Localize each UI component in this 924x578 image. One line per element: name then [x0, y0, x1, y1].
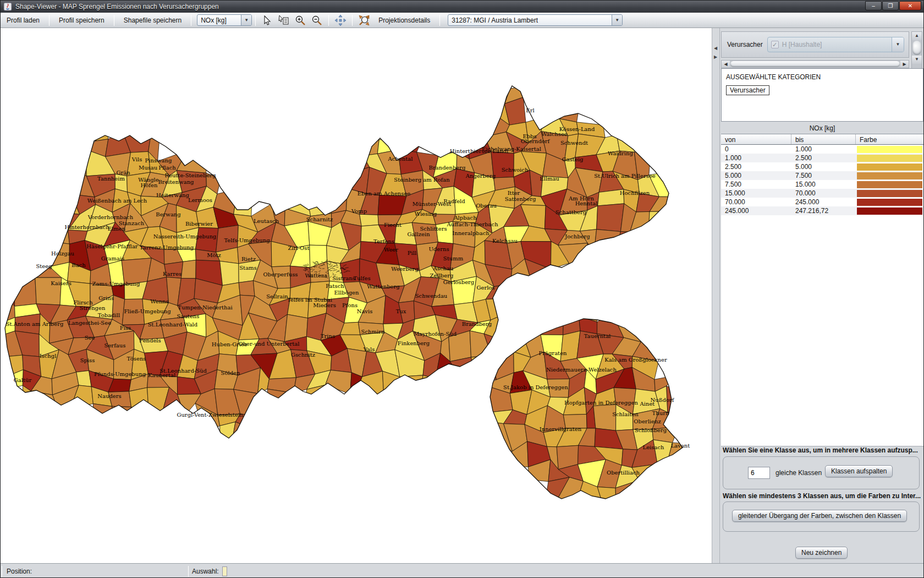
horizontal-scrollbar[interactable]: ◀ ▶	[721, 60, 909, 68]
map-label: Bach	[72, 262, 86, 268]
map-label: Weißenbach am Lech	[87, 198, 147, 204]
map-label: Vorderhornbach	[87, 214, 134, 220]
legend-column-von[interactable]: von	[721, 134, 791, 144]
legend-row[interactable]: 5.0007.500	[721, 171, 923, 180]
cursor-tool-button[interactable]	[260, 14, 274, 27]
shapefile-speichern-button[interactable]: Shapefile speichern	[118, 14, 187, 26]
map-label: Gerlos	[476, 285, 494, 291]
legend-farbe-cell	[856, 190, 923, 197]
neu-zeichnen-button[interactable]: Neu zeichnen	[795, 547, 848, 559]
projektionsdetails-label[interactable]: Projektionsdetails	[373, 14, 436, 26]
map-label: Fiss	[120, 325, 131, 331]
map-label: Lermoos	[188, 197, 212, 203]
map-label: Telfs-Umgebung	[224, 237, 270, 243]
map-label: Waidring	[608, 150, 633, 156]
map-label: Weerberg	[391, 266, 419, 272]
map-label: Gurgl-Vent-Zwieselstein	[177, 412, 244, 418]
profil-speichern-button[interactable]: Profil speichern	[53, 14, 110, 26]
map-label: Gramais	[101, 255, 125, 261]
map-label: Karres	[163, 271, 182, 277]
verursacher-dropdown[interactable]: ✓ H [Haushalte] ▼	[767, 37, 904, 52]
map-label: Sellrain	[266, 293, 288, 299]
auswahl-label: Auswahl:	[192, 568, 219, 575]
legend-farbe-cell	[856, 181, 923, 188]
scroll-down-icon[interactable]: ▼	[912, 56, 922, 64]
close-button[interactable]: ✕	[899, 1, 921, 10]
projection-dropdown[interactable]: 31287: MGI / Austria Lambert ▼	[448, 14, 623, 26]
map-label: Tarrenz-Umgebung	[140, 244, 194, 250]
legend-column-farbe[interactable]: Farbe	[856, 134, 923, 144]
maximize-button[interactable]: ❐	[882, 1, 899, 10]
legend-row[interactable]: 70.000245.000	[721, 198, 923, 206]
collapse-right-icon[interactable]: ▶	[714, 54, 717, 59]
zoom-in-tool-button[interactable]	[293, 14, 307, 27]
map-label: Achental	[388, 156, 413, 162]
map-label: Gerlosberg	[443, 279, 475, 285]
map-label: Vomp	[351, 208, 367, 214]
map-label: Nußdorf	[651, 397, 675, 403]
map-label: Steinberg am Rofan	[394, 177, 450, 183]
map-label: Wenns	[150, 298, 168, 304]
klassen-aufspalten-button[interactable]: Klassen aufspalten	[825, 465, 893, 477]
map-label: Obertilliach	[607, 470, 640, 476]
legend-bis-value: 7.500	[791, 172, 856, 179]
map-label: Vils	[131, 156, 142, 162]
map-label: Holzgau	[51, 250, 75, 257]
scroll-up-icon[interactable]: ▲	[912, 32, 922, 40]
map-label: Ober-und Unterbertal	[238, 341, 299, 347]
map-label: Schlitters	[420, 226, 447, 232]
scrollbar-thumb[interactable]	[912, 41, 921, 55]
map-label: Schwendau	[415, 293, 448, 299]
minimize-button[interactable]: –	[865, 1, 882, 10]
classes-count-input[interactable]	[748, 467, 770, 479]
chevron-down-icon[interactable]: ▼	[241, 15, 251, 25]
map-label: Weer	[384, 247, 398, 253]
legend-color-swatch	[857, 190, 922, 197]
categories-verursacher-chip[interactable]: Verursacher	[726, 85, 769, 95]
legend-row[interactable]: 7.50015.000	[721, 180, 923, 189]
zoom-in-icon	[295, 15, 306, 26]
chevron-down-icon[interactable]: ▼	[612, 15, 622, 25]
map-label: Spiss	[80, 357, 95, 363]
map-canvas[interactable]: VilsPinswangMusauPflachGränTannheimWängl…	[1, 28, 712, 563]
legend-color-swatch	[857, 172, 922, 179]
scrollbar-thumb[interactable]	[730, 61, 900, 67]
split-hint-text: Wählen Sie eine Klasse aus, um in mehrer…	[723, 446, 923, 454]
legend-row[interactable]: 245.000247.216,72	[721, 206, 923, 215]
scroll-right-icon[interactable]: ▶	[900, 61, 909, 68]
map-label: Inneralpbach	[452, 230, 490, 236]
chevron-down-icon[interactable]: ▼	[892, 37, 904, 52]
legend-row[interactable]: 1.0002.500	[721, 154, 923, 162]
legend-von-value: 70.000	[721, 198, 791, 206]
zoom-extent-tool-button[interactable]	[357, 14, 371, 27]
map-label: Lavant	[671, 443, 690, 449]
map-label: Schattberg	[556, 209, 587, 215]
map-label: Terfens	[373, 238, 394, 244]
pan-tool-button[interactable]	[333, 14, 348, 27]
select-info-tool-button[interactable]	[277, 14, 291, 27]
map-label: Gasteig	[562, 156, 584, 162]
map-label: St.Anton am Arlberg	[6, 321, 64, 327]
zoom-out-tool-button[interactable]	[310, 14, 324, 27]
collapse-left-icon[interactable]: ◀	[714, 46, 717, 51]
map-label: Kössen-Land	[559, 126, 595, 132]
legend-color-swatch	[857, 181, 922, 188]
panel-splitter[interactable]: ◀ ▶	[712, 28, 720, 563]
legend-farbe-cell	[856, 163, 923, 171]
legend-row[interactable]: 01.000	[721, 145, 923, 154]
title-bar[interactable]: Shape-Viewer - MAP Sprengel Emissionen n…	[1, 1, 923, 13]
map-label: Grins	[98, 295, 114, 301]
map-label: Mötz	[207, 252, 221, 258]
legend-row[interactable]: 15.00070.000	[721, 189, 923, 198]
legend-von-value: 2.500	[721, 163, 791, 171]
map-label: Serfaus	[105, 342, 126, 348]
map-label: Reutte-Steineberg	[164, 172, 216, 178]
scroll-left-icon[interactable]: ◀	[722, 61, 730, 68]
profil-laden-button[interactable]: Profil laden	[1, 14, 45, 26]
map-label: Thurn	[652, 410, 669, 416]
legend-row[interactable]: 2.5005.000	[721, 162, 923, 171]
attribute-dropdown[interactable]: NOx [kg] ▼	[197, 14, 252, 26]
legend-column-bis[interactable]: bis	[791, 134, 856, 144]
farben-uebergang-button[interactable]: gleitender Übergang der Farben, zwischen…	[732, 510, 907, 522]
legend-von-value: 5.000	[721, 172, 791, 179]
